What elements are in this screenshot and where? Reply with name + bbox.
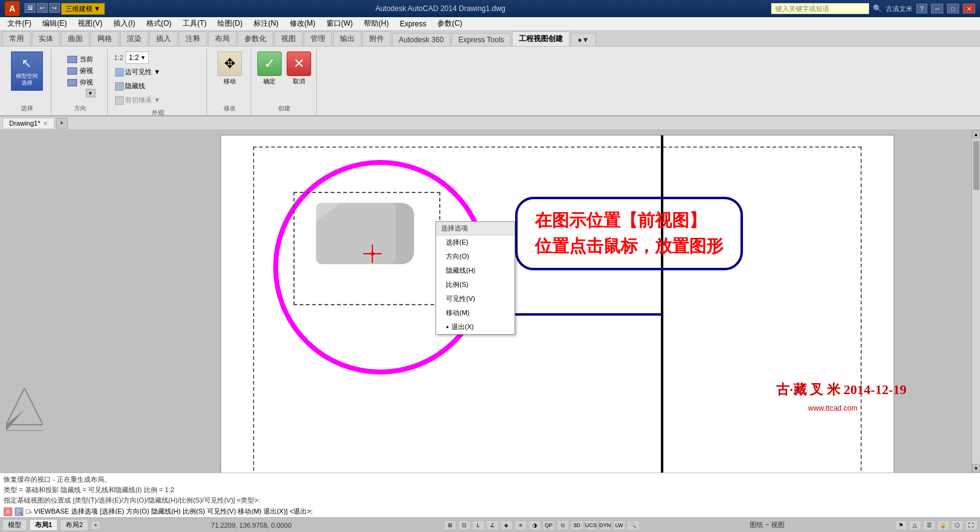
title-text: Autodesk AutoCAD 2014 Drawing1.dwg [110, 4, 771, 13]
tab-mesh[interactable]: 网格 [91, 31, 119, 46]
scroll-thumb[interactable] [973, 141, 979, 190]
units-btn[interactable]: △ [909, 520, 921, 530]
cmd-search-btn[interactable]: 🔍 [15, 507, 23, 516]
model-space-select-btn[interactable]: ↖ 模型空间选择 [11, 51, 43, 91]
quick-access-btn3[interactable]: ↪ [49, 3, 60, 13]
menu-item-insert[interactable]: 插入(I) [108, 17, 140, 30]
menu-item-window[interactable]: 窗口(W) [322, 17, 358, 30]
quick-access-btn2[interactable]: ↩ [37, 3, 48, 13]
new-tab-btn[interactable]: + [56, 118, 68, 129]
osnap-btn[interactable]: ◈ [500, 520, 513, 530]
tab-view[interactable]: 视图 [274, 31, 303, 46]
sel-cycle-btn[interactable]: ⊙ [557, 520, 569, 530]
tab-annotation[interactable]: 注释 [179, 31, 207, 46]
3d-object-snap-btn[interactable]: 3D [571, 520, 583, 530]
grid-btn[interactable]: ⊞ [444, 520, 456, 530]
menu-item-file[interactable]: 文件(F) [2, 17, 36, 30]
ctx-item-direction[interactable]: 方向(O) [436, 249, 514, 264]
tab-addins[interactable]: 附件 [363, 31, 391, 46]
view-top[interactable]: 俯视 [65, 66, 96, 76]
visibility-btn[interactable]: 边可见性 ▼ [114, 66, 162, 78]
menu-item-tools[interactable]: 工具(T) [178, 17, 211, 30]
tab-insert[interactable]: 插入 [149, 31, 178, 46]
nav-triangle [6, 388, 43, 431]
menu-item-draw[interactable]: 绘图(D) [213, 17, 247, 30]
qp-filter-btn[interactable]: 🔍 [627, 520, 639, 530]
dyn-input-btn[interactable]: DYN [599, 520, 611, 530]
scrollbar-vertical[interactable]: ▲ ▼ [971, 130, 980, 473]
quick-access-btn[interactable]: 🖫 [24, 3, 36, 13]
linewidth-btn[interactable]: LW [613, 520, 625, 530]
menu-item-view[interactable]: 视图(V) [73, 17, 107, 30]
fullscreen-btn[interactable]: ⛶ [965, 520, 978, 530]
dynamic-ucs-btn[interactable]: UCS [585, 520, 597, 530]
ctx-item-hidden[interactable]: 隐藏线(H) [436, 264, 514, 278]
tab-solid[interactable]: 实体 [32, 31, 60, 46]
annotation-monitor-btn[interactable]: ⚑ [895, 520, 907, 530]
3d-build-dropdown[interactable]: 三维建模 ▼ [61, 3, 105, 15]
qp-btn[interactable]: QP [543, 520, 555, 530]
ribbon-group-modify: ✥ 移动 修改 [208, 49, 251, 115]
tab-more[interactable]: ●▼ [571, 33, 596, 46]
ctx-item-move[interactable]: 移动(M) [436, 306, 514, 320]
ctx-item-scale[interactable]: 比例(S) [436, 278, 514, 292]
view-dropdown-btn[interactable]: ▼ [86, 89, 96, 97]
view-bottom[interactable]: 仰视 [65, 77, 96, 88]
ctx-item-visibility[interactable]: 可见性(V) [436, 292, 514, 306]
confirm-btn[interactable]: ✓ 确定 [257, 51, 282, 86]
ribbon-group-direction: 当前 俯视 仰视 ▼ 方向 [53, 49, 108, 115]
watermark-website: www.ttcad.com [808, 404, 858, 412]
layout-tab-model[interactable]: 模型 [2, 519, 27, 531]
menu-item-params[interactable]: 参数(C) [432, 17, 467, 30]
tab-output[interactable]: 输出 [333, 31, 361, 46]
hardware-btn[interactable]: ⬡ [951, 520, 963, 530]
minimize-btn[interactable]: ─ [931, 4, 943, 13]
menu-item-edit[interactable]: 编辑(E) [37, 17, 72, 30]
move-btn[interactable]: ✥ 移动 [217, 51, 242, 86]
toolbar-lock-btn[interactable]: 🔒 [937, 520, 949, 530]
add-layout-btn[interactable]: + [91, 521, 100, 530]
tab-express-tools[interactable]: Express Tools [451, 33, 510, 46]
tab-parametric[interactable]: 参数化 [238, 31, 273, 46]
ctx-item-select[interactable]: 选择(E) [436, 235, 514, 249]
layout-tab-layout2[interactable]: 布局2 [60, 519, 88, 531]
ctx-item-exit[interactable]: ● 退出(X) [436, 320, 514, 334]
search-input[interactable] [771, 3, 869, 14]
workspace-btn[interactable]: ☰ [923, 520, 935, 530]
lineweight-btn[interactable]: ≡ [514, 520, 527, 530]
menu-item-dimension[interactable]: 标注(N) [249, 17, 284, 30]
cmd-line-1: 恢复缓存的视口 - 正在重生成布局。 [4, 474, 976, 485]
view-current[interactable]: 当前 [65, 54, 96, 64]
close-tab-btn[interactable]: ✕ [43, 120, 48, 127]
tab-manage[interactable]: 管理 [304, 31, 332, 46]
app-icon[interactable]: A [5, 1, 20, 16]
tab-engineering-view[interactable]: 工程视图创建 [512, 31, 570, 46]
scale-dropdown-btn[interactable]: 1:2▼ [126, 51, 149, 64]
search-icon[interactable]: 🔍 [873, 4, 882, 13]
menu-item-express[interactable]: Express [395, 18, 431, 29]
clip-inherit-btn[interactable]: 剪切继承 ▼ [114, 94, 162, 106]
polar-btn[interactable]: ∠ [486, 520, 499, 530]
tab-common[interactable]: 常用 [2, 31, 31, 46]
cmd-cancel-btn[interactable]: ✕ [4, 507, 12, 516]
tab-surface[interactable]: 曲面 [61, 31, 89, 46]
cancel-btn[interactable]: ✕ 取消 [287, 51, 311, 86]
transparency-btn[interactable]: ◑ [529, 520, 541, 530]
menu-item-help[interactable]: 帮助(H) [359, 17, 394, 30]
menu-item-format[interactable]: 格式(O) [141, 17, 176, 30]
scroll-down-btn[interactable]: ▼ [972, 464, 981, 473]
tab-autodesk360[interactable]: Autodesk 360 [392, 33, 450, 46]
help-btn[interactable]: ? [916, 4, 927, 13]
maximize-btn[interactable]: □ [947, 4, 959, 13]
doc-tab-drawing1[interactable]: Drawing1* ✕ [2, 118, 55, 128]
snap-btn[interactable]: ⊡ [458, 520, 470, 530]
close-btn[interactable]: ✕ [963, 4, 975, 13]
modify-group-label: 修改 [224, 102, 236, 113]
scroll-up-btn[interactable]: ▲ [972, 130, 981, 139]
ortho-btn[interactable]: L [472, 520, 484, 530]
tab-render[interactable]: 渲染 [120, 31, 148, 46]
menu-item-modify[interactable]: 修改(M) [285, 17, 320, 30]
hidden-line-btn[interactable]: 隐藏线 [114, 80, 146, 92]
layout-tab-layout1[interactable]: 布局1 [29, 519, 58, 531]
tab-layout[interactable]: 布局 [208, 31, 236, 46]
